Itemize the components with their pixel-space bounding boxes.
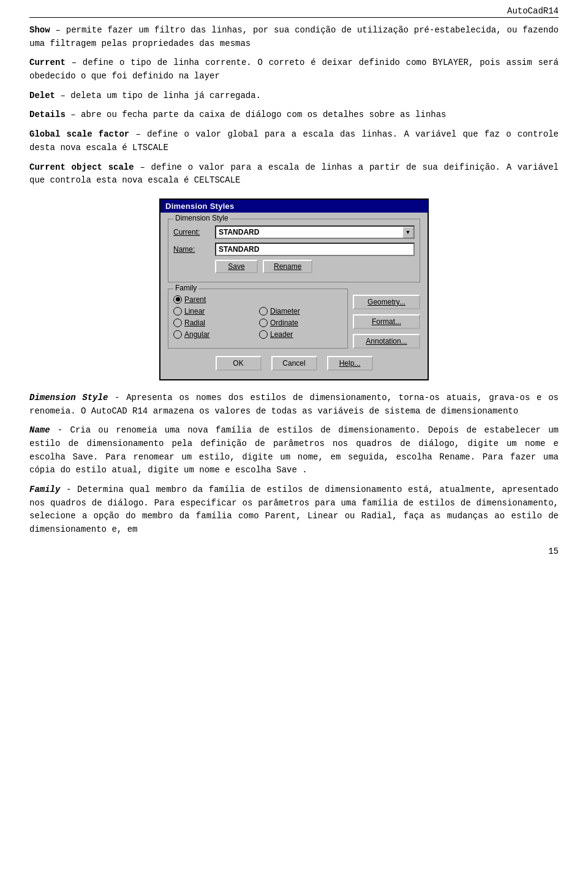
name-label: Name: [173, 245, 215, 254]
side-buttons: Geometry... Format... Annotation... [353, 289, 420, 349]
current-dropdown-arrow[interactable]: ▼ [402, 227, 413, 238]
family-group-label: Family [173, 284, 198, 292]
radio-linear-label: Linear [184, 307, 205, 316]
radio-angular[interactable] [173, 330, 182, 339]
radio-linear-row: Linear [173, 307, 257, 316]
name-field-row: Name: STANDARD [173, 243, 415, 256]
family-and-side: Family Parent [168, 289, 420, 349]
paragraph-delet: Delet – deleta um tipo de linha já carre… [29, 89, 559, 103]
dimension-style-group-label: Dimension Style [173, 214, 230, 222]
name-value: STANDARD [216, 244, 413, 255]
radio-diameter-row: Diameter [259, 307, 342, 316]
current-value: STANDARD [216, 227, 402, 238]
radio-leader-row: Leader [259, 330, 342, 339]
radio-diameter[interactable] [259, 307, 268, 316]
radio-parent[interactable] [173, 295, 182, 304]
radio-ordinate-row: Ordinate [259, 319, 342, 327]
paragraph-details: Details – abre ou fecha parte da caixa d… [29, 108, 559, 122]
radio-radial-row: Radial [173, 319, 257, 327]
radio-radial[interactable] [173, 319, 182, 327]
family-group-box: Family Parent [168, 289, 348, 349]
radio-ordinate-label: Ordinate [270, 319, 298, 327]
rename-button[interactable]: Rename [263, 260, 312, 273]
radio-linear[interactable] [173, 307, 182, 316]
radio-ordinate[interactable] [259, 319, 268, 327]
current-field-row: Current: STANDARD ▼ [173, 225, 415, 239]
current-input[interactable]: STANDARD ▼ [215, 225, 415, 239]
header-line: AutoCadR14 [29, 6, 559, 18]
annotation-button[interactable]: Annotation... [353, 334, 420, 349]
radio-angular-row: Angular [173, 330, 257, 339]
radio-diameter-label: Diameter [270, 307, 300, 316]
ok-button[interactable]: OK [216, 356, 262, 371]
save-rename-row: Save Rename [173, 260, 415, 273]
name-input[interactable]: STANDARD [215, 243, 415, 256]
help-button[interactable]: Help... [327, 356, 373, 371]
cancel-button[interactable]: Cancel [271, 356, 317, 371]
dimension-style-group: Dimension Style Current: STANDARD ▼ [168, 219, 420, 282]
radio-parent-label: Parent [184, 295, 206, 304]
paragraph-show: Show – permite fazer um filtro das linha… [29, 24, 559, 50]
radio-angular-label: Angular [184, 330, 209, 339]
dialog-wrapper: Dimension Styles Dimension Style Current… [29, 198, 559, 380]
family-options: Parent Linear [173, 295, 342, 342]
dialog-title: Dimension Styles [165, 202, 235, 211]
current-label: Current: [173, 228, 215, 236]
radio-columns: Linear Radial Angular [173, 307, 342, 342]
page-container: AutoCadR14 Show – permite fazer um filtr… [0, 0, 588, 567]
paragraph-dimension-style: Dimension Style - Apresenta os nomes dos… [29, 391, 559, 418]
paragraph-current: Current – define o tipo de linha corrent… [29, 56, 559, 83]
geometry-button[interactable]: Geometry... [353, 295, 420, 309]
dialog-content: Dimension Style Current: STANDARD ▼ [160, 213, 428, 379]
page-number: 15 [548, 546, 559, 556]
radio-leader-label: Leader [270, 330, 293, 339]
dimension-style-group-inner: Current: STANDARD ▼ Name: STANDARD [173, 225, 415, 273]
radio-parent-row: Parent [173, 295, 342, 304]
radio-right-col: Diameter Ordinate Leader [259, 307, 342, 342]
bottom-buttons-row: OK Cancel Help... [168, 353, 420, 373]
dimension-styles-dialog: Dimension Styles Dimension Style Current… [159, 198, 429, 380]
dialog-titlebar: Dimension Styles [160, 200, 428, 213]
header-title: AutoCadR14 [507, 6, 559, 16]
paragraph-global-scale: Global scale factor – define o valor glo… [29, 128, 559, 154]
radio-leader[interactable] [259, 330, 268, 339]
paragraph-current-object-scale: Current object scale – define o valor pa… [29, 161, 559, 187]
radio-left-col: Linear Radial Angular [173, 307, 257, 342]
paragraph-family: Family - Determina qual membro da famíli… [29, 483, 559, 537]
radio-radial-label: Radial [184, 319, 205, 327]
save-button[interactable]: Save [215, 260, 258, 273]
format-button[interactable]: Format... [353, 314, 420, 329]
paragraph-name: Name - Cria ou renomeia uma nova família… [29, 424, 559, 477]
